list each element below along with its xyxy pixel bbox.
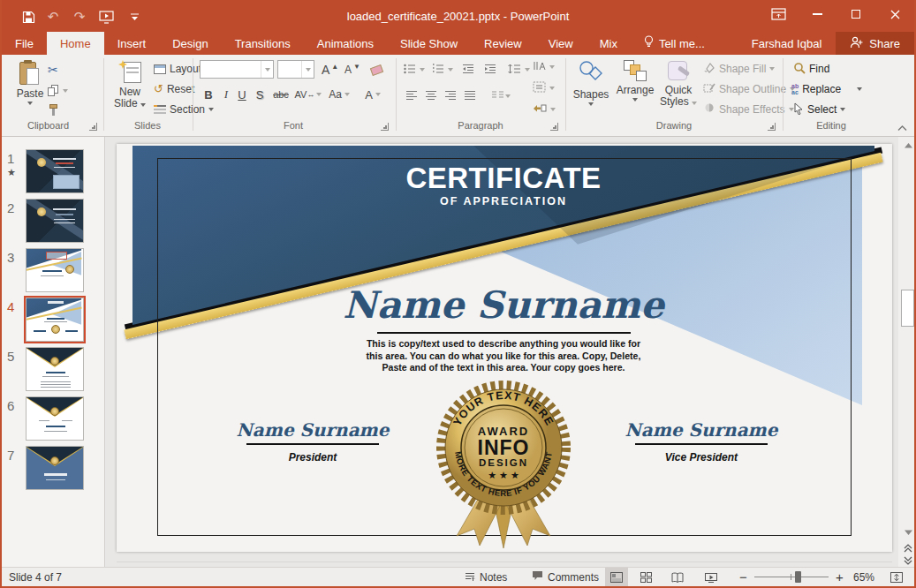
- slideshow-view-button[interactable]: [700, 568, 723, 586]
- clipboard-dialog-launcher[interactable]: [89, 123, 97, 131]
- tell-me-box[interactable]: Tell me...: [631, 32, 718, 55]
- shape-effects-button[interactable]: Shape Effects: [703, 100, 794, 119]
- minimize-button[interactable]: [798, 0, 837, 28]
- align-text-button[interactable]: [533, 79, 555, 98]
- tab-file[interactable]: File: [2, 32, 47, 55]
- replace-button[interactable]: abac Replace: [791, 79, 862, 99]
- normal-view-button[interactable]: [605, 568, 628, 586]
- bullets-button[interactable]: [404, 60, 425, 79]
- align-right-button[interactable]: [443, 87, 458, 106]
- justify-button[interactable]: [462, 87, 478, 106]
- tab-transitions[interactable]: Transitions: [222, 32, 304, 55]
- paragraph-dialog-launcher[interactable]: [550, 123, 558, 131]
- slide-indicator[interactable]: Slide 4 of 7: [9, 568, 62, 586]
- horizontal-scroll-track[interactable]: [117, 562, 892, 562]
- scroll-down-icon[interactable]: [898, 525, 916, 539]
- copy-button[interactable]: [48, 81, 68, 101]
- increase-indent-button[interactable]: [484, 60, 496, 79]
- italic-button[interactable]: I: [219, 85, 233, 104]
- cut-button[interactable]: ✂: [48, 60, 58, 79]
- align-center-button[interactable]: [423, 87, 439, 106]
- paste-button[interactable]: Paste: [11, 57, 49, 116]
- line-spacing-button[interactable]: [508, 60, 530, 79]
- tab-insert[interactable]: Insert: [104, 32, 160, 55]
- ribbon-display-options-icon[interactable]: [759, 0, 798, 28]
- reset-button[interactable]: ↺ Reset: [154, 79, 194, 99]
- tab-slideshow[interactable]: Slide Show: [387, 32, 471, 55]
- text-direction-button[interactable]: [533, 57, 555, 77]
- close-button[interactable]: [875, 0, 914, 28]
- tab-mix[interactable]: Mix: [587, 32, 631, 55]
- collapse-ribbon-icon[interactable]: [897, 122, 907, 134]
- numbering-button[interactable]: [432, 60, 453, 79]
- share-button[interactable]: Share: [836, 32, 914, 55]
- quick-styles-button[interactable]: QuickStyles: [659, 57, 698, 116]
- slide-sorter-view-button[interactable]: [634, 568, 657, 586]
- slide-thumbnail-7[interactable]: [26, 446, 84, 490]
- shape-outline-button[interactable]: Shape Outline: [703, 79, 795, 99]
- font-name-dropdown[interactable]: [261, 61, 273, 78]
- user-name[interactable]: Farshad Iqbal: [738, 32, 837, 55]
- zoom-in-button[interactable]: +: [836, 568, 844, 586]
- signature-left[interactable]: Name Surname President: [224, 419, 401, 464]
- font-color-button[interactable]: A: [360, 85, 385, 104]
- tab-animations[interactable]: Animations: [304, 32, 387, 55]
- font-size-combobox[interactable]: [277, 60, 314, 79]
- new-slide-button[interactable]: NewSlide: [110, 57, 150, 116]
- fit-slide-to-window-button[interactable]: [885, 568, 908, 586]
- signature-right[interactable]: Name Surname Vice President: [613, 419, 790, 464]
- slide-thumbnail-2[interactable]: [26, 199, 84, 243]
- maximize-button[interactable]: [837, 0, 875, 28]
- character-spacing-button[interactable]: AV↔: [295, 85, 322, 104]
- tab-home[interactable]: Home: [47, 32, 104, 55]
- next-slide-icon[interactable]: [898, 554, 916, 568]
- tab-view[interactable]: View: [535, 32, 587, 55]
- underline-button[interactable]: U: [235, 85, 249, 104]
- change-case-button[interactable]: Aa: [327, 85, 352, 104]
- select-button[interactable]: Select: [793, 100, 845, 119]
- shrink-font-button[interactable]: A▼: [344, 60, 360, 79]
- strikethrough-button[interactable]: abc: [270, 85, 291, 104]
- convert-smartart-button[interactable]: [533, 100, 556, 119]
- notes-button[interactable]: Notes: [465, 568, 507, 586]
- slide-thumbnail-3[interactable]: [26, 248, 84, 292]
- tab-review[interactable]: Review: [471, 32, 535, 55]
- shapes-button[interactable]: Shapes: [571, 57, 611, 116]
- slide-thumbnail-6[interactable]: [26, 396, 84, 441]
- decrease-indent-button[interactable]: [462, 60, 474, 79]
- zoom-level[interactable]: 65%: [853, 568, 874, 586]
- font-dialog-launcher[interactable]: [381, 123, 389, 131]
- clear-formatting-button[interactable]: [371, 60, 382, 79]
- drawing-dialog-launcher[interactable]: [768, 123, 776, 131]
- slide-canvas[interactable]: CERTIFICATE OF APPRECIATION Name Surname…: [117, 144, 892, 552]
- certificate-subtitle[interactable]: OF APPRECIATION: [371, 195, 636, 207]
- slide-thumbnail-1[interactable]: [26, 149, 84, 193]
- scrollbar-thumb[interactable]: [901, 290, 914, 327]
- zoom-slider-thumb[interactable]: [795, 571, 801, 583]
- certificate-title[interactable]: CERTIFICATE: [371, 163, 636, 193]
- arrange-button[interactable]: Arrange: [613, 57, 657, 116]
- certificate-body-text[interactable]: This is copy/text used to describe anyth…: [362, 338, 645, 374]
- notes-icon: [465, 571, 475, 584]
- reading-view-button[interactable]: [666, 568, 689, 586]
- font-name-combobox[interactable]: [200, 60, 274, 79]
- grow-font-button[interactable]: A▲: [322, 60, 338, 79]
- scroll-up-icon[interactable]: [898, 139, 916, 153]
- slide-thumbnail-4-selected[interactable]: [26, 298, 84, 342]
- shape-fill-button[interactable]: Shape Fill: [703, 59, 775, 79]
- columns-button[interactable]: [488, 87, 513, 106]
- find-button[interactable]: Find: [793, 59, 829, 79]
- award-badge[interactable]: YOUR TEXT HERE MORE TEXT HERE IF YOU WAN…: [428, 377, 579, 552]
- font-size-dropdown[interactable]: [301, 61, 314, 78]
- format-painter-button[interactable]: [48, 101, 60, 120]
- bold-button[interactable]: B: [201, 85, 216, 104]
- comments-button[interactable]: Comments: [532, 568, 599, 586]
- tab-design[interactable]: Design: [159, 32, 221, 55]
- vertical-scrollbar[interactable]: [898, 137, 916, 567]
- text-shadow-button[interactable]: S: [253, 85, 267, 104]
- zoom-out-button[interactable]: −: [739, 568, 747, 586]
- certificate-name[interactable]: Name Surname: [327, 283, 680, 327]
- align-left-button[interactable]: [404, 87, 420, 106]
- slide-thumbnail-5[interactable]: [26, 347, 84, 391]
- zoom-slider[interactable]: [754, 577, 829, 577]
